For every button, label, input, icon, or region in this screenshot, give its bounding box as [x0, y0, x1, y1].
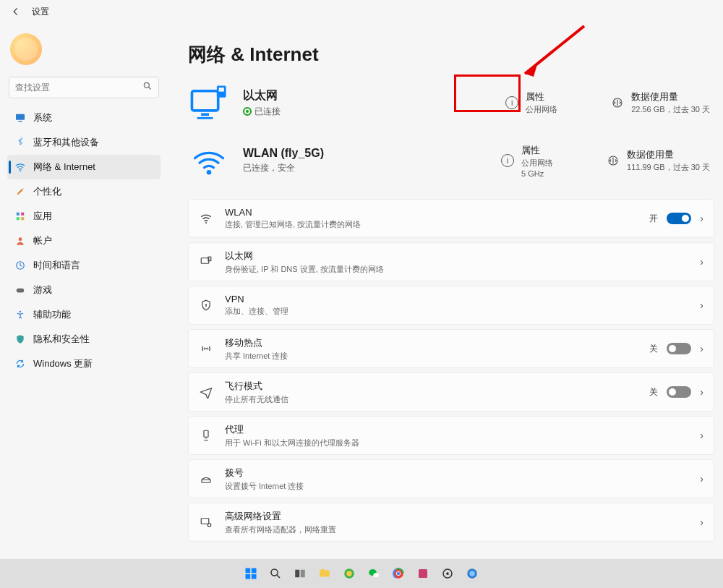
svg-point-24	[205, 348, 207, 349]
sidebar-item-accessibility[interactable]: 辅助功能	[7, 302, 161, 327]
proxy-icon	[199, 428, 213, 443]
svg-rect-36	[295, 570, 299, 578]
svg-point-41	[373, 573, 379, 577]
chevron-right-icon: ›	[700, 386, 703, 398]
accessibility-icon	[14, 309, 26, 320]
card-wlan[interactable]: WLAN连接, 管理已知网络, 按流量计费的网络 开›	[188, 199, 714, 238]
svg-point-0	[144, 82, 149, 88]
svg-point-39	[346, 571, 352, 576]
sidebar-item-label: 帐户	[33, 234, 52, 247]
search-input[interactable]	[15, 82, 142, 93]
wlan-status-block: WLAN (fly_5G) 已连接，安全 i 属性 公用网络 5 GHz	[188, 135, 714, 186]
taskbar-settings-active[interactable]	[438, 564, 457, 583]
svg-point-3	[20, 170, 21, 171]
svg-point-51	[469, 571, 475, 576]
sidebar-item-accounts[interactable]: 帐户	[7, 229, 161, 253]
svg-rect-1	[16, 114, 25, 120]
card-proxy[interactable]: 代理用于 Wi-Fi 和以太网连接的代理服务器 ›	[188, 416, 714, 455]
card-hotspot[interactable]: 移动热点共享 Internet 连接 关›	[188, 329, 714, 368]
gamepad-icon	[14, 284, 26, 296]
taskbar-chrome[interactable]	[389, 564, 408, 583]
chevron-right-icon: ›	[700, 299, 703, 311]
svg-rect-6	[17, 217, 20, 220]
chevron-right-icon: ›	[700, 213, 703, 224]
start-button[interactable]	[241, 564, 260, 583]
sidebar-item-label: 蓝牙和其他设备	[33, 136, 99, 149]
card-title: 拨号	[225, 466, 688, 480]
sidebar-item-time-language[interactable]: 时间和语言	[7, 253, 161, 278]
card-dialup[interactable]: 拨号设置拨号 Internet 连接 ›	[188, 459, 714, 498]
ethernet-status-block: 以太网 已连接 i 属性 公用网络	[188, 77, 714, 128]
svg-rect-13	[201, 114, 209, 116]
sidebar: 系统 蓝牙和其他设备 网络 & Internet 个性化 应用 帐户	[0, 23, 168, 559]
airplane-icon	[199, 385, 213, 399]
wlan-properties-button[interactable]: i 属性 公用网络 5 GHz	[501, 144, 581, 178]
taskbar-wechat[interactable]	[364, 564, 383, 583]
svg-rect-14	[197, 117, 213, 119]
monitor-icon	[14, 112, 26, 124]
card-sub: 身份验证, IP 和 DNS 设置, 按流量计费的网络	[225, 264, 688, 275]
lock-shield-icon	[199, 298, 213, 312]
search-box[interactable]	[9, 77, 159, 98]
sidebar-item-system[interactable]: 系统	[7, 106, 161, 130]
hotspot-toggle[interactable]	[667, 343, 691, 354]
wifi-icon	[14, 161, 26, 173]
dialup-icon	[199, 472, 213, 486]
taskbar-task-view[interactable]	[291, 564, 309, 583]
wlan-toggle[interactable]	[667, 213, 691, 224]
data-usage-icon	[607, 154, 620, 167]
page-title: 网络 & Internet	[188, 42, 714, 67]
card-title: 飞行模式	[225, 380, 638, 393]
chevron-right-icon: ›	[700, 256, 703, 268]
sidebar-item-privacy[interactable]: 隐私和安全性	[7, 327, 161, 351]
wlan-data-usage-button[interactable]: 数据使用量 111.99 GB，过去 30 天	[607, 144, 710, 178]
sidebar-item-apps[interactable]: 应用	[7, 204, 161, 229]
card-title: 高级网络设置	[225, 510, 688, 523]
sidebar-item-gaming[interactable]: 游戏	[7, 278, 161, 302]
avatar	[10, 33, 42, 65]
taskbar-app-3[interactable]	[463, 564, 482, 583]
wlan-status: 已连接，安全	[243, 162, 324, 174]
shield-icon	[14, 333, 26, 345]
props-title: 属性	[526, 90, 557, 103]
wlan-name: WLAN (fly_5G)	[243, 147, 324, 160]
ethernet-properties-button[interactable]: i 属性 公用网络	[505, 90, 585, 115]
svg-rect-10	[17, 289, 25, 293]
sidebar-item-windows-update[interactable]: Windows 更新	[7, 351, 161, 376]
data-usage-icon	[611, 96, 624, 109]
svg-rect-32	[252, 568, 257, 574]
taskbar-search[interactable]	[266, 564, 285, 583]
card-title: WLAN	[225, 207, 638, 218]
data-title: 数据使用量	[627, 148, 710, 161]
sidebar-item-label: 隐私和安全性	[33, 333, 90, 346]
titlebar: 设置	[0, 0, 723, 23]
card-vpn[interactable]: VPN添加、连接、管理 ›	[188, 286, 714, 325]
sidebar-item-network[interactable]: 网络 & Internet	[7, 155, 161, 179]
svg-rect-25	[204, 430, 208, 437]
card-ethernet[interactable]: 以太网身份验证, IP 和 DNS 设置, 按流量计费的网络 ›	[188, 242, 714, 281]
data-sub: 111.99 GB，过去 30 天	[627, 162, 710, 173]
airplane-toggle[interactable]	[667, 386, 691, 398]
svg-point-20	[205, 222, 207, 223]
svg-point-28	[208, 524, 211, 527]
advanced-settings-icon	[199, 515, 213, 529]
svg-rect-12	[192, 91, 218, 111]
ethernet-data-usage-button[interactable]: 数据使用量 22.56 GB，过去 30 天	[611, 90, 710, 115]
avatar-block[interactable]	[7, 29, 161, 72]
card-title: 以太网	[225, 250, 688, 263]
svg-rect-7	[21, 217, 24, 220]
card-advanced[interactable]: 高级网络设置查看所有网络适配器，网络重置 ›	[188, 503, 714, 542]
sidebar-item-personalization[interactable]: 个性化	[7, 179, 161, 204]
svg-rect-27	[201, 519, 209, 524]
toggle-state-label: 关	[649, 386, 658, 399]
chevron-right-icon: ›	[700, 516, 703, 528]
card-airplane[interactable]: 飞行模式停止所有无线通信 关›	[188, 372, 714, 412]
card-sub: 查看所有网络适配器，网络重置	[225, 524, 688, 535]
data-sub: 22.56 GB，过去 30 天	[631, 104, 710, 115]
sidebar-item-bluetooth[interactable]: 蓝牙和其他设备	[7, 130, 161, 155]
taskbar-app-2[interactable]	[414, 564, 432, 583]
back-button[interactable]	[9, 4, 23, 19]
taskbar-app-1[interactable]	[340, 564, 359, 583]
svg-rect-22	[208, 257, 211, 260]
taskbar-file-explorer[interactable]	[315, 564, 334, 583]
